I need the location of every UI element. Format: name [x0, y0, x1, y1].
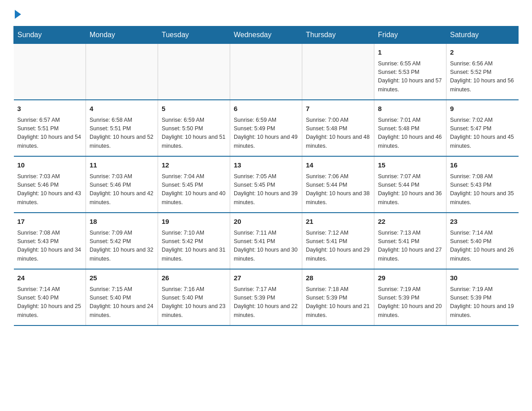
day-number: 26 [162, 273, 226, 283]
calendar-body: 1Sunrise: 6:55 AMSunset: 5:53 PMDaylight… [14, 44, 519, 326]
calendar-day-cell [158, 44, 230, 100]
day-of-week-header: Saturday [446, 26, 519, 44]
day-number: 1 [378, 47, 442, 58]
day-number: 23 [450, 217, 515, 227]
calendar-day-cell: 15Sunrise: 7:07 AMSunset: 5:44 PMDayligh… [374, 156, 446, 213]
day-number: 2 [450, 47, 515, 58]
calendar-day-cell: 16Sunrise: 7:08 AMSunset: 5:43 PMDayligh… [446, 156, 519, 213]
page-header [13, 9, 519, 17]
calendar-day-cell: 2Sunrise: 6:56 AMSunset: 5:52 PMDaylight… [446, 44, 519, 100]
day-number: 13 [234, 160, 298, 171]
day-number: 15 [378, 160, 442, 171]
calendar-day-cell: 3Sunrise: 6:57 AMSunset: 5:51 PMDaylight… [14, 100, 86, 156]
calendar-week-row: 1Sunrise: 6:55 AMSunset: 5:53 PMDaylight… [14, 44, 519, 100]
calendar-day-cell: 7Sunrise: 7:00 AMSunset: 5:48 PMDaylight… [302, 100, 374, 156]
day-number: 19 [162, 217, 226, 227]
day-number: 27 [234, 273, 298, 283]
day-info: Sunrise: 7:00 AMSunset: 5:48 PMDaylight:… [306, 116, 370, 151]
calendar-day-cell: 8Sunrise: 7:01 AMSunset: 5:48 PMDaylight… [374, 100, 446, 156]
day-info: Sunrise: 6:57 AMSunset: 5:51 PMDaylight:… [17, 116, 82, 151]
day-info: Sunrise: 7:13 AMSunset: 5:41 PMDaylight:… [378, 229, 442, 264]
day-info: Sunrise: 6:55 AMSunset: 5:53 PMDaylight:… [378, 60, 442, 94]
day-number: 22 [378, 217, 442, 227]
day-number: 8 [378, 104, 442, 114]
day-number: 21 [306, 217, 370, 227]
day-info: Sunrise: 7:15 AMSunset: 5:40 PMDaylight:… [90, 285, 154, 320]
calendar-day-cell: 10Sunrise: 7:03 AMSunset: 5:46 PMDayligh… [14, 156, 86, 213]
day-number: 30 [450, 273, 515, 283]
day-info: Sunrise: 6:59 AMSunset: 5:49 PMDaylight:… [234, 116, 298, 151]
day-info: Sunrise: 7:17 AMSunset: 5:39 PMDaylight:… [234, 285, 298, 320]
calendar-day-cell [86, 44, 158, 100]
day-info: Sunrise: 6:59 AMSunset: 5:50 PMDaylight:… [162, 116, 226, 151]
day-of-week-header: Sunday [14, 26, 86, 44]
day-number: 18 [90, 217, 154, 227]
day-number: 10 [17, 160, 82, 171]
calendar-header: SundayMondayTuesdayWednesdayThursdayFrid… [14, 26, 519, 44]
calendar-day-cell: 22Sunrise: 7:13 AMSunset: 5:41 PMDayligh… [374, 213, 446, 269]
day-info: Sunrise: 7:08 AMSunset: 5:43 PMDaylight:… [17, 229, 82, 264]
calendar-week-row: 17Sunrise: 7:08 AMSunset: 5:43 PMDayligh… [14, 213, 519, 269]
day-number: 24 [17, 273, 82, 283]
calendar-day-cell: 1Sunrise: 6:55 AMSunset: 5:53 PMDaylight… [374, 44, 446, 100]
calendar-day-cell: 21Sunrise: 7:12 AMSunset: 5:41 PMDayligh… [302, 213, 374, 269]
calendar-day-cell [14, 44, 86, 100]
day-info: Sunrise: 7:10 AMSunset: 5:42 PMDaylight:… [162, 229, 226, 264]
day-info: Sunrise: 7:18 AMSunset: 5:39 PMDaylight:… [306, 285, 370, 320]
day-info: Sunrise: 7:09 AMSunset: 5:42 PMDaylight:… [90, 229, 154, 264]
day-of-week-header: Tuesday [158, 26, 230, 44]
calendar-day-cell: 30Sunrise: 7:19 AMSunset: 5:39 PMDayligh… [446, 269, 519, 325]
day-info: Sunrise: 7:06 AMSunset: 5:44 PMDaylight:… [306, 172, 370, 207]
calendar-day-cell: 27Sunrise: 7:17 AMSunset: 5:39 PMDayligh… [230, 269, 302, 325]
calendar-day-cell: 4Sunrise: 6:58 AMSunset: 5:51 PMDaylight… [86, 100, 158, 156]
calendar-day-cell: 23Sunrise: 7:14 AMSunset: 5:40 PMDayligh… [446, 213, 519, 269]
calendar-day-cell: 5Sunrise: 6:59 AMSunset: 5:50 PMDaylight… [158, 100, 230, 156]
day-number: 4 [90, 104, 154, 114]
day-info: Sunrise: 7:11 AMSunset: 5:41 PMDaylight:… [234, 229, 298, 264]
day-of-week-header: Friday [374, 26, 446, 44]
calendar-day-cell: 25Sunrise: 7:15 AMSunset: 5:40 PMDayligh… [86, 269, 158, 325]
day-number: 11 [90, 160, 154, 171]
day-number: 28 [306, 273, 370, 283]
day-number: 14 [306, 160, 370, 171]
day-number: 12 [162, 160, 226, 171]
day-info: Sunrise: 7:19 AMSunset: 5:39 PMDaylight:… [450, 285, 515, 320]
day-number: 3 [17, 104, 82, 114]
calendar-week-row: 3Sunrise: 6:57 AMSunset: 5:51 PMDaylight… [14, 100, 519, 156]
day-info: Sunrise: 7:03 AMSunset: 5:46 PMDaylight:… [90, 172, 154, 207]
day-info: Sunrise: 7:14 AMSunset: 5:40 PMDaylight:… [17, 285, 82, 320]
calendar-day-cell: 19Sunrise: 7:10 AMSunset: 5:42 PMDayligh… [158, 213, 230, 269]
day-number: 17 [17, 217, 82, 227]
day-info: Sunrise: 7:14 AMSunset: 5:40 PMDaylight:… [450, 229, 515, 264]
day-info: Sunrise: 7:07 AMSunset: 5:44 PMDaylight:… [378, 172, 442, 207]
calendar-day-cell: 28Sunrise: 7:18 AMSunset: 5:39 PMDayligh… [302, 269, 374, 325]
day-info: Sunrise: 6:56 AMSunset: 5:52 PMDaylight:… [450, 60, 515, 94]
logo-arrow-icon [15, 10, 21, 19]
day-info: Sunrise: 7:03 AMSunset: 5:46 PMDaylight:… [17, 172, 82, 207]
calendar-day-cell: 17Sunrise: 7:08 AMSunset: 5:43 PMDayligh… [14, 213, 86, 269]
calendar-day-cell: 24Sunrise: 7:14 AMSunset: 5:40 PMDayligh… [14, 269, 86, 325]
calendar-day-cell: 26Sunrise: 7:16 AMSunset: 5:40 PMDayligh… [158, 269, 230, 325]
calendar-day-cell: 29Sunrise: 7:19 AMSunset: 5:39 PMDayligh… [374, 269, 446, 325]
day-info: Sunrise: 7:16 AMSunset: 5:40 PMDaylight:… [162, 285, 226, 320]
calendar-day-cell: 11Sunrise: 7:03 AMSunset: 5:46 PMDayligh… [86, 156, 158, 213]
calendar-day-cell: 18Sunrise: 7:09 AMSunset: 5:42 PMDayligh… [86, 213, 158, 269]
calendar-day-cell: 12Sunrise: 7:04 AMSunset: 5:45 PMDayligh… [158, 156, 230, 213]
calendar-week-row: 10Sunrise: 7:03 AMSunset: 5:46 PMDayligh… [14, 156, 519, 213]
calendar-day-cell [302, 44, 374, 100]
day-of-week-header: Monday [86, 26, 158, 44]
day-number: 7 [306, 104, 370, 114]
calendar-day-cell [230, 44, 302, 100]
day-number: 16 [450, 160, 515, 171]
days-of-week-row: SundayMondayTuesdayWednesdayThursdayFrid… [14, 26, 519, 44]
day-info: Sunrise: 7:01 AMSunset: 5:48 PMDaylight:… [378, 116, 442, 151]
day-info: Sunrise: 7:12 AMSunset: 5:41 PMDaylight:… [306, 229, 370, 264]
logo [13, 9, 21, 17]
day-info: Sunrise: 7:04 AMSunset: 5:45 PMDaylight:… [162, 172, 226, 207]
calendar-day-cell: 20Sunrise: 7:11 AMSunset: 5:41 PMDayligh… [230, 213, 302, 269]
day-info: Sunrise: 6:58 AMSunset: 5:51 PMDaylight:… [90, 116, 154, 151]
day-info: Sunrise: 7:02 AMSunset: 5:47 PMDaylight:… [450, 116, 515, 151]
day-number: 20 [234, 217, 298, 227]
day-number: 5 [162, 104, 226, 114]
calendar-table: SundayMondayTuesdayWednesdayThursdayFrid… [13, 26, 519, 326]
